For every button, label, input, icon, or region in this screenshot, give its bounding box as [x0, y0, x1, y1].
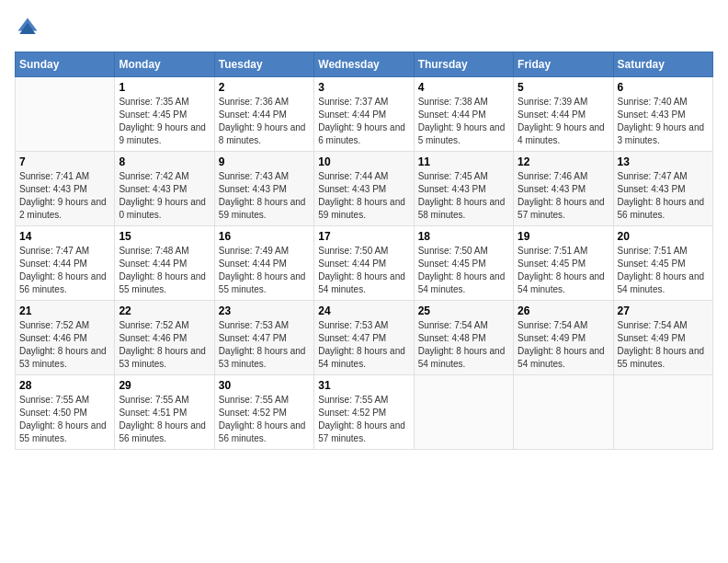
calendar-day-cell — [514, 375, 613, 450]
calendar-day-cell: 26Sunrise: 7:54 AMSunset: 4:49 PMDayligh… — [514, 301, 613, 375]
day-number: 26 — [518, 304, 609, 317]
calendar-day-cell: 7Sunrise: 7:41 AMSunset: 4:43 PMDaylight… — [16, 152, 115, 226]
calendar-day-cell — [613, 375, 712, 450]
day-info: Sunrise: 7:48 AMSunset: 4:44 PMDaylight:… — [119, 245, 210, 296]
calendar-day-cell: 15Sunrise: 7:48 AMSunset: 4:44 PMDayligh… — [115, 226, 214, 301]
weekday-header: Saturday — [613, 52, 712, 77]
day-number: 28 — [19, 379, 110, 392]
day-info: Sunrise: 7:55 AMSunset: 4:50 PMDaylight:… — [19, 394, 110, 445]
calendar-day-cell: 31Sunrise: 7:55 AMSunset: 4:52 PMDayligh… — [314, 375, 414, 450]
calendar-day-cell: 14Sunrise: 7:47 AMSunset: 4:44 PMDayligh… — [16, 226, 115, 301]
day-number: 21 — [19, 304, 110, 317]
calendar-day-cell: 20Sunrise: 7:51 AMSunset: 4:45 PMDayligh… — [613, 226, 712, 301]
calendar-day-cell: 5Sunrise: 7:39 AMSunset: 4:44 PMDaylight… — [514, 77, 613, 152]
calendar-day-cell: 2Sunrise: 7:36 AMSunset: 4:44 PMDaylight… — [214, 77, 313, 152]
day-number: 10 — [318, 155, 409, 168]
calendar-day-cell: 17Sunrise: 7:50 AMSunset: 4:44 PMDayligh… — [314, 226, 414, 301]
calendar-day-cell: 11Sunrise: 7:45 AMSunset: 4:43 PMDayligh… — [414, 152, 513, 226]
day-number: 11 — [418, 155, 509, 168]
day-number: 20 — [618, 230, 709, 243]
calendar-day-cell — [16, 77, 115, 152]
day-number: 7 — [19, 155, 110, 168]
calendar-day-cell: 3Sunrise: 7:37 AMSunset: 4:44 PMDaylight… — [314, 77, 414, 152]
calendar-day-cell: 23Sunrise: 7:53 AMSunset: 4:47 PMDayligh… — [214, 301, 313, 375]
day-info: Sunrise: 7:55 AMSunset: 4:52 PMDaylight:… — [219, 394, 310, 445]
day-number: 25 — [418, 304, 509, 317]
day-info: Sunrise: 7:51 AMSunset: 4:45 PMDaylight:… — [518, 245, 609, 296]
day-number: 4 — [418, 81, 509, 94]
calendar-day-cell: 16Sunrise: 7:49 AMSunset: 4:44 PMDayligh… — [214, 226, 313, 301]
day-info: Sunrise: 7:50 AMSunset: 4:44 PMDaylight:… — [318, 245, 409, 296]
day-info: Sunrise: 7:50 AMSunset: 4:45 PMDaylight:… — [418, 245, 509, 296]
day-info: Sunrise: 7:35 AMSunset: 4:45 PMDaylight:… — [119, 96, 210, 147]
day-info: Sunrise: 7:52 AMSunset: 4:46 PMDaylight:… — [119, 319, 210, 371]
day-info: Sunrise: 7:47 AMSunset: 4:43 PMDaylight:… — [618, 170, 709, 222]
day-info: Sunrise: 7:43 AMSunset: 4:43 PMDaylight:… — [219, 170, 310, 222]
day-info: Sunrise: 7:47 AMSunset: 4:44 PMDaylight:… — [19, 245, 110, 296]
day-number: 15 — [119, 230, 210, 243]
calendar-body: 1Sunrise: 7:35 AMSunset: 4:45 PMDaylight… — [16, 77, 713, 450]
day-number: 13 — [618, 155, 709, 168]
page-header — [15, 15, 713, 40]
day-info: Sunrise: 7:45 AMSunset: 4:43 PMDaylight:… — [418, 170, 509, 222]
weekday-header: Tuesday — [214, 52, 313, 77]
day-info: Sunrise: 7:36 AMSunset: 4:44 PMDaylight:… — [219, 96, 310, 147]
day-number: 3 — [318, 81, 409, 94]
day-number: 22 — [119, 304, 210, 317]
day-number: 24 — [318, 304, 409, 317]
weekday-header: Sunday — [16, 52, 115, 77]
day-number: 17 — [318, 230, 409, 243]
day-number: 1 — [119, 81, 210, 94]
day-info: Sunrise: 7:53 AMSunset: 4:47 PMDaylight:… — [219, 319, 310, 371]
day-number: 29 — [119, 379, 210, 392]
weekday-header: Friday — [514, 52, 613, 77]
calendar-day-cell: 22Sunrise: 7:52 AMSunset: 4:46 PMDayligh… — [115, 301, 214, 375]
day-info: Sunrise: 7:54 AMSunset: 4:49 PMDaylight:… — [518, 319, 609, 371]
logo-icon — [15, 15, 40, 40]
day-number: 16 — [219, 230, 310, 243]
day-number: 27 — [618, 304, 709, 317]
calendar-day-cell — [414, 375, 513, 450]
calendar-day-cell: 21Sunrise: 7:52 AMSunset: 4:46 PMDayligh… — [16, 301, 115, 375]
calendar-week-row: 7Sunrise: 7:41 AMSunset: 4:43 PMDaylight… — [16, 152, 713, 226]
calendar-day-cell: 10Sunrise: 7:44 AMSunset: 4:43 PMDayligh… — [314, 152, 414, 226]
day-info: Sunrise: 7:51 AMSunset: 4:45 PMDaylight:… — [618, 245, 709, 296]
calendar-day-cell: 24Sunrise: 7:53 AMSunset: 4:47 PMDayligh… — [314, 301, 414, 375]
day-info: Sunrise: 7:54 AMSunset: 4:49 PMDaylight:… — [618, 319, 709, 371]
weekday-header: Thursday — [414, 52, 513, 77]
day-info: Sunrise: 7:44 AMSunset: 4:43 PMDaylight:… — [318, 170, 409, 222]
day-info: Sunrise: 7:52 AMSunset: 4:46 PMDaylight:… — [19, 319, 110, 371]
calendar-week-row: 28Sunrise: 7:55 AMSunset: 4:50 PMDayligh… — [16, 375, 713, 450]
calendar-day-cell: 13Sunrise: 7:47 AMSunset: 4:43 PMDayligh… — [613, 152, 712, 226]
day-number: 8 — [119, 155, 210, 168]
calendar-day-cell: 28Sunrise: 7:55 AMSunset: 4:50 PMDayligh… — [16, 375, 115, 450]
weekday-header: Wednesday — [314, 52, 414, 77]
weekday-row: SundayMondayTuesdayWednesdayThursdayFrid… — [16, 52, 713, 77]
day-info: Sunrise: 7:41 AMSunset: 4:43 PMDaylight:… — [19, 170, 110, 222]
calendar-day-cell: 25Sunrise: 7:54 AMSunset: 4:48 PMDayligh… — [414, 301, 513, 375]
day-info: Sunrise: 7:37 AMSunset: 4:44 PMDaylight:… — [318, 96, 409, 147]
day-info: Sunrise: 7:39 AMSunset: 4:44 PMDaylight:… — [518, 96, 609, 147]
day-number: 30 — [219, 379, 310, 392]
day-number: 18 — [418, 230, 509, 243]
day-number: 2 — [219, 81, 310, 94]
day-number: 19 — [518, 230, 609, 243]
calendar-day-cell: 18Sunrise: 7:50 AMSunset: 4:45 PMDayligh… — [414, 226, 513, 301]
day-info: Sunrise: 7:53 AMSunset: 4:47 PMDaylight:… — [318, 319, 409, 371]
day-info: Sunrise: 7:38 AMSunset: 4:44 PMDaylight:… — [418, 96, 509, 147]
day-info: Sunrise: 7:55 AMSunset: 4:51 PMDaylight:… — [119, 394, 210, 445]
calendar-day-cell: 27Sunrise: 7:54 AMSunset: 4:49 PMDayligh… — [613, 301, 712, 375]
day-number: 6 — [618, 81, 709, 94]
calendar-week-row: 1Sunrise: 7:35 AMSunset: 4:45 PMDaylight… — [16, 77, 713, 152]
day-info: Sunrise: 7:42 AMSunset: 4:43 PMDaylight:… — [119, 170, 210, 222]
day-number: 9 — [219, 155, 310, 168]
calendar-day-cell: 1Sunrise: 7:35 AMSunset: 4:45 PMDaylight… — [115, 77, 214, 152]
calendar-day-cell: 29Sunrise: 7:55 AMSunset: 4:51 PMDayligh… — [115, 375, 214, 450]
day-info: Sunrise: 7:55 AMSunset: 4:52 PMDaylight:… — [318, 394, 409, 445]
calendar-table: SundayMondayTuesdayWednesdayThursdayFrid… — [15, 52, 713, 450]
day-number: 31 — [318, 379, 409, 392]
calendar-day-cell: 12Sunrise: 7:46 AMSunset: 4:43 PMDayligh… — [514, 152, 613, 226]
calendar-week-row: 14Sunrise: 7:47 AMSunset: 4:44 PMDayligh… — [16, 226, 713, 301]
day-number: 5 — [518, 81, 609, 94]
calendar-day-cell: 8Sunrise: 7:42 AMSunset: 4:43 PMDaylight… — [115, 152, 214, 226]
